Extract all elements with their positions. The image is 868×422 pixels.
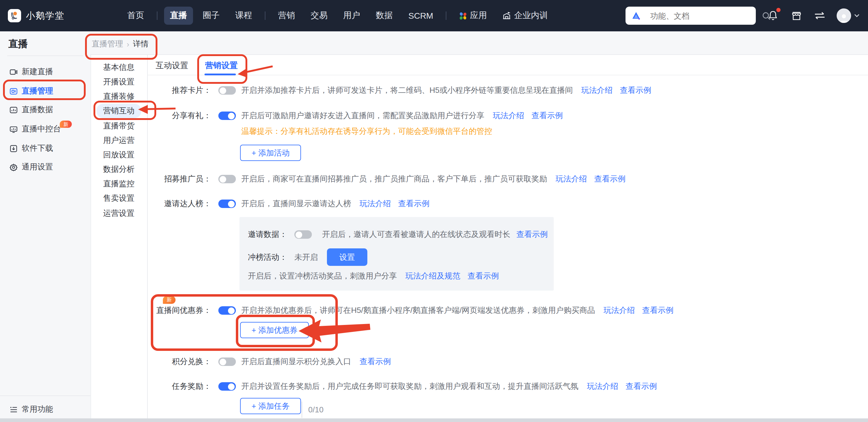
task-reward-toggle[interactable] xyxy=(218,382,236,391)
gameplay-intro-link[interactable]: 玩法介绍 xyxy=(556,174,587,185)
nav-item-live[interactable]: 直播 xyxy=(164,7,193,25)
setting-row-recruit-promoter: 招募推广员： 开启后，商家可在直播间招募推广员，推广员推广商品，客户下单后，推广… xyxy=(147,174,625,184)
view-example-link[interactable]: 查看示例 xyxy=(620,85,651,96)
bottom-scrollbar-track[interactable] xyxy=(0,418,868,422)
live-screen-icon xyxy=(10,87,18,95)
sidebar-item-new-live[interactable]: 新建直播 xyxy=(0,65,91,78)
active-tab-underline xyxy=(205,73,236,75)
view-example-link[interactable]: 查看示例 xyxy=(516,229,548,240)
view-example-link[interactable]: 查看示例 xyxy=(531,110,563,121)
submenu-item-user-operation[interactable]: 用户运营 xyxy=(91,134,147,147)
annotation-arrow-tab xyxy=(238,66,273,77)
nav-item-scrm[interactable]: SCRM xyxy=(402,7,439,24)
sidebar-item-live-management[interactable]: 直播管理 xyxy=(0,85,91,98)
view-example-link[interactable]: 查看示例 xyxy=(360,356,391,367)
sidebar-item-general-settings[interactable]: 通用设置 xyxy=(0,160,91,174)
building-icon xyxy=(502,11,511,20)
content-top-divider xyxy=(91,54,868,55)
setting-row-share-reward: 分享有礼： 开启后可激励用户邀请好友进入直播间，需配置奖品激励用户进行分享 玩法… xyxy=(147,111,563,121)
submenu-item-marketing-interaction[interactable]: 营销互动 xyxy=(91,104,147,117)
gameplay-intro-link[interactable]: 玩法介绍 xyxy=(360,198,391,209)
search-logo-icon xyxy=(631,11,641,20)
tab-interaction-settings[interactable]: 互动设置 xyxy=(156,60,188,71)
sidebar: 直播 新建直播 直播管理 直播数据 直播中控台 新 软件下载 通用设置 xyxy=(0,31,91,419)
invite-leaderboard-toggle[interactable] xyxy=(218,199,236,208)
view-example-link[interactable]: 查看示例 xyxy=(467,271,499,282)
view-example-link[interactable]: 查看示例 xyxy=(642,305,674,316)
sidebar-item-common-functions[interactable]: 常用功能 xyxy=(0,401,91,417)
nav-right-controls xyxy=(625,0,860,31)
submenu-item-basic-info[interactable]: 基本信息 xyxy=(91,61,147,73)
nav-separator xyxy=(265,11,266,20)
submenu-item-replay-settings[interactable]: 回放设置 xyxy=(91,148,147,161)
submenu-item-broadcast-settings[interactable]: 开播设置 xyxy=(91,75,147,88)
top-nav: 小鹅学堂 首页 直播 圈子 课程 营销 交易 用户 数据 SCRM 应用 企业内… xyxy=(0,0,868,31)
submenu-item-data-analysis[interactable]: 数据分析 xyxy=(91,163,147,175)
nav-item-data[interactable]: 数据 xyxy=(370,7,399,25)
gameplay-rules-link[interactable]: 玩法介绍及规范 xyxy=(405,271,460,282)
chevron-down-icon[interactable] xyxy=(854,14,860,18)
submenu-item-live-monitoring[interactable]: 直播监控 xyxy=(91,177,147,190)
search-box[interactable] xyxy=(625,7,756,25)
share-reward-toggle[interactable] xyxy=(218,111,236,120)
gameplay-intro-link[interactable]: 玩法介绍 xyxy=(587,381,618,392)
app-window: 小鹅学堂 首页 直播 圈子 课程 营销 交易 用户 数据 SCRM 应用 企业内… xyxy=(0,0,868,422)
sidebar-item-live-data[interactable]: 直播数据 xyxy=(0,103,91,116)
nav-item-marketing[interactable]: 营销 xyxy=(272,7,301,25)
search-input[interactable] xyxy=(649,10,757,21)
recommend-card-toggle[interactable] xyxy=(218,86,236,95)
setting-row-points-exchange: 积分兑换： 开启后直播间显示积分兑换入口 查看示例 xyxy=(147,357,391,366)
submenu-item-operation-settings[interactable]: 运营设置 xyxy=(91,207,147,220)
nav-item-circle[interactable]: 圈子 xyxy=(197,7,226,25)
goose-logo-icon[interactable] xyxy=(8,9,21,22)
nav-separator xyxy=(157,11,157,20)
points-exchange-toggle[interactable] xyxy=(218,357,236,366)
sidebar-title: 直播 xyxy=(8,38,28,51)
avatar[interactable] xyxy=(837,8,851,23)
bar-chart-icon xyxy=(10,106,18,113)
nav-item-enterprise-training[interactable]: 企业内训 xyxy=(496,7,554,25)
view-example-link[interactable]: 查看示例 xyxy=(594,174,625,185)
recruit-promoter-toggle[interactable] xyxy=(218,175,236,183)
submenu-item-live-decoration[interactable]: 直播装修 xyxy=(91,90,147,102)
add-coupon-button[interactable]: + 添加优惠券 xyxy=(240,322,309,338)
sidebar-item-software-download[interactable]: 软件下载 xyxy=(0,142,91,155)
view-example-link[interactable]: 查看示例 xyxy=(398,198,430,209)
gameplay-intro-link[interactable]: 玩法介绍 xyxy=(493,110,524,121)
rank-activity-row: 冲榜活动： 未开启 设置 xyxy=(248,248,367,266)
setting-row-recommend-card: 推荐卡片： 开启并添加推荐卡片后，讲师可发送卡片，将二维码、H5或小程序外链等重… xyxy=(147,86,651,95)
tab-marketing-settings[interactable]: 营销设置 xyxy=(205,60,238,71)
nav-item-course[interactable]: 课程 xyxy=(229,7,258,25)
gear-icon xyxy=(10,163,18,171)
share-reward-warning: 温馨提示：分享有礼活动存在诱导分享行为，可能会受到微信平台的管控 xyxy=(241,126,492,137)
sidebar-divider xyxy=(7,56,83,56)
view-example-link[interactable]: 查看示例 xyxy=(625,381,657,392)
setting-row-invite-leaderboard: 邀请达人榜： 开启后，直播间显示邀请达人榜 玩法介绍 查看示例 xyxy=(147,199,430,208)
nav-item-users[interactable]: 用户 xyxy=(337,7,366,25)
live-coupon-toggle[interactable] xyxy=(218,306,236,315)
invite-leaderboard-panel: 邀请数据： 开启后，邀请人可查看被邀请人的在线状态及观看时长 查看示例 冲榜活动… xyxy=(240,217,554,291)
breadcrumb-parent[interactable]: 直播管理 xyxy=(92,39,123,50)
rank-setup-button[interactable]: 设置 xyxy=(327,248,367,266)
add-activity-button[interactable]: + 添加活动 xyxy=(240,145,301,161)
download-icon xyxy=(10,144,18,152)
nav-item-apps[interactable]: 应用 xyxy=(453,7,493,25)
nav-item-trade[interactable]: 交易 xyxy=(305,7,334,25)
add-task-button[interactable]: + 添加任务 xyxy=(240,398,301,414)
submenu-item-live-commerce[interactable]: 直播带货 xyxy=(91,119,147,132)
camera-icon xyxy=(10,68,18,76)
storefront-icon[interactable] xyxy=(789,9,803,22)
gameplay-intro-link[interactable]: 玩法介绍 xyxy=(581,85,613,96)
submenu-item-sales-settings[interactable]: 售卖设置 xyxy=(91,192,147,204)
invite-data-toggle[interactable] xyxy=(294,230,312,239)
list-icon xyxy=(10,405,18,413)
brand-name: 小鹅学堂 xyxy=(26,0,65,31)
breadcrumb-separator: › xyxy=(127,39,129,48)
bell-icon[interactable] xyxy=(766,9,779,22)
breadcrumb-current: 详情 xyxy=(133,39,149,50)
sidebar-item-live-console[interactable]: 直播中控台 xyxy=(0,122,91,136)
apps-grid-icon xyxy=(459,12,467,20)
gameplay-intro-link[interactable]: 玩法介绍 xyxy=(603,305,635,316)
nav-item-home[interactable]: 首页 xyxy=(121,7,150,25)
swap-icon[interactable] xyxy=(813,9,826,22)
